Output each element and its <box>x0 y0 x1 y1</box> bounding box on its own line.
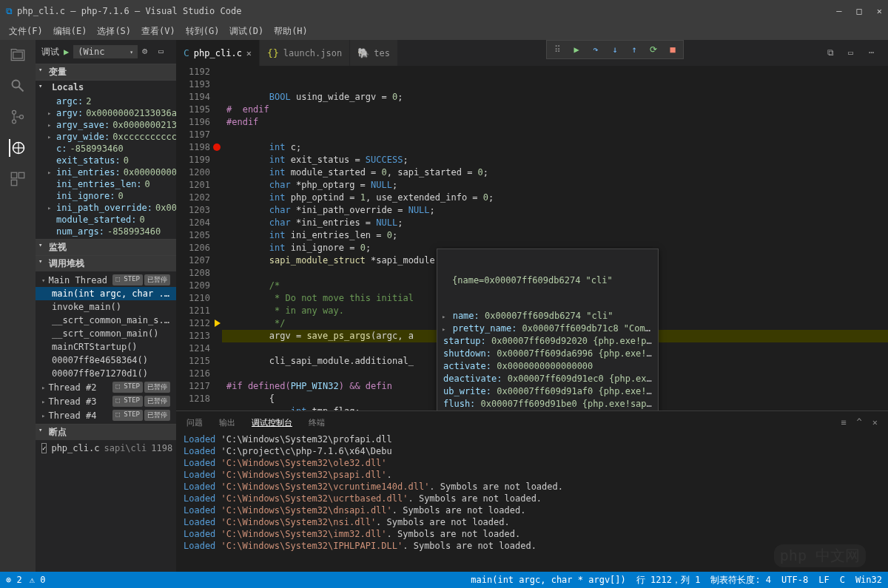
variable-row[interactable]: c:-858993460 <box>36 143 176 155</box>
breakpoints-section[interactable]: 断点 <box>36 425 176 440</box>
locals-section[interactable]: Locals <box>36 81 176 94</box>
variable-row[interactable]: ▸ini_path_override:0x00.. <box>36 202 176 214</box>
expand-icon[interactable]: ^ <box>857 417 862 428</box>
editor-group: Cphp_cli.c✕{}launch.json🐘tes⧉▭⋯ ⠿ ▶ ↷ ↓ … <box>176 40 888 572</box>
debug-icon[interactable] <box>9 139 27 157</box>
start-debug-icon[interactable]: ▶ <box>64 47 69 57</box>
variables-section[interactable]: 变量 <box>36 64 176 80</box>
stack-frame[interactable]: __scrt_common_main() <box>36 327 176 340</box>
activity-bar <box>0 40 36 572</box>
debug-config-select[interactable]: (Winc▾ <box>73 45 138 58</box>
layout-icon[interactable]: ▭ <box>848 47 860 59</box>
step-into-icon[interactable]: ↓ <box>606 42 624 57</box>
panel-tab[interactable]: 调试控制台 <box>252 417 292 428</box>
thread-main[interactable]: ▾Main Thread ⬚ STEP已暂停 <box>36 273 176 287</box>
stack-frame[interactable]: __scrt_common_main_s... <box>36 314 176 327</box>
variable-row[interactable]: argc:2 <box>36 95 176 107</box>
debug-console[interactable]: Loaded 'C:\Windows\System32\profapi.dllL… <box>176 433 888 572</box>
menu-item[interactable]: 调试(D) <box>225 24 268 39</box>
code-line[interactable]: int c; <box>222 141 888 154</box>
variable-row[interactable]: ini_ignore:0 <box>36 190 176 202</box>
status-os[interactable]: Win32 <box>855 575 882 585</box>
editor-tab[interactable]: {}launch.json <box>260 40 350 66</box>
menu-item[interactable]: 文件(F) <box>4 24 47 39</box>
callstack-section[interactable]: 调用堆栈 <box>36 256 176 271</box>
code-line[interactable]: #endif <box>222 116 888 129</box>
split-icon[interactable]: ⧉ <box>827 47 839 59</box>
stack-frame[interactable]: 00007ff8e71270d1() <box>36 367 176 380</box>
stack-frame[interactable]: 00007ff8e4658364() <box>36 354 176 367</box>
status-indent[interactable]: 制表符长度: 4 <box>710 574 771 587</box>
code-editor[interactable]: 1192119311941195119611971198119912001201… <box>176 66 888 410</box>
console-line: Loaded 'C:\Windows\System32\dnsapi.dll'.… <box>184 504 881 516</box>
menu-item[interactable]: 编辑(E) <box>49 24 92 39</box>
thread-item[interactable]: ▸Thread #2⬚ STEP已暂停 <box>36 380 176 394</box>
code-line[interactable]: char *php_optarg = NULL; <box>222 179 888 192</box>
filter-icon[interactable]: ≡ <box>841 417 846 428</box>
code-line[interactable]: char *ini_path_override = NULL; <box>222 204 888 217</box>
variable-row[interactable]: module_started:0 <box>36 214 176 226</box>
variable-row[interactable]: exit_status:0 <box>36 155 176 166</box>
code-line[interactable]: BOOL using_wide_argv = 0; <box>222 91 888 104</box>
variable-row[interactable]: num_args:-858993460 <box>36 226 176 237</box>
editor-tab[interactable]: 🐘tes <box>350 40 398 66</box>
menu-item[interactable]: 选择(S) <box>92 24 135 39</box>
console-icon[interactable]: ▭ <box>158 46 170 58</box>
step-over-icon[interactable]: ↷ <box>587 42 605 57</box>
breakpoint-dot[interactable] <box>213 143 221 151</box>
maximize-button[interactable]: □ <box>857 6 862 16</box>
gear-icon[interactable]: ⚙ <box>142 46 154 58</box>
variable-row[interactable]: ▸ini_entries:0x00000000000.. <box>36 166 176 178</box>
status-context[interactable]: main(int argc, char * argv[]) <box>471 575 626 585</box>
variable-row[interactable]: ▸argv_wide:0xccccccccccc.. <box>36 131 176 143</box>
scm-icon[interactable] <box>9 108 27 126</box>
search-icon[interactable] <box>9 77 27 95</box>
menu-item[interactable]: 转到(G) <box>181 24 224 39</box>
thread-item[interactable]: ▸Thread #3⬚ STEP已暂停 <box>36 394 176 408</box>
extensions-icon[interactable] <box>9 170 27 188</box>
console-line: Loaded 'C:\Windows\System32\nsi.dll'. Sy… <box>184 516 881 528</box>
explorer-icon[interactable] <box>9 46 27 64</box>
watch-section[interactable]: 监视 <box>36 240 176 255</box>
editor-tab[interactable]: Cphp_cli.c✕ <box>176 40 260 66</box>
code-line[interactable]: char *ini_entries = NULL; <box>222 217 888 229</box>
menu-item[interactable]: 查看(V) <box>137 24 180 39</box>
stack-frame[interactable]: mainCRTStartup() <box>36 340 176 354</box>
restart-icon[interactable]: ⟳ <box>645 42 662 57</box>
code-line[interactable] <box>222 129 888 141</box>
status-eol[interactable]: LF <box>818 575 829 585</box>
panel-tab[interactable]: 输出 <box>219 417 235 428</box>
continue-icon[interactable]: ▶ <box>568 42 585 57</box>
code-line[interactable]: int ini_entries_len = 0; <box>222 229 888 242</box>
code-line[interactable]: int php_optind = 1, use_extended_info = … <box>222 192 888 204</box>
variable-row[interactable]: ▸argv_save:0x000000021330.. <box>36 119 176 131</box>
code-line[interactable]: int exit_status = SUCCESS; <box>222 154 888 166</box>
stack-frame[interactable]: main(int argc, char ... <box>36 287 176 300</box>
variable-row[interactable]: ini_entries_len:0 <box>36 178 176 190</box>
thread-item[interactable]: ▸Thread #4⬚ STEP已暂停 <box>36 408 176 422</box>
status-language[interactable]: C <box>840 575 845 585</box>
console-line: Loaded 'C:\Windows\System32\vcruntime140… <box>184 481 881 493</box>
more-icon[interactable]: ⋯ <box>869 47 881 59</box>
step-out-icon[interactable]: ↑ <box>625 42 643 57</box>
status-errors[interactable]: ⊗ 2 <box>6 575 22 585</box>
minimize-button[interactable]: — <box>836 6 841 16</box>
close-tab-icon[interactable]: ✕ <box>246 48 252 58</box>
status-warnings[interactable]: ⚠ 0 <box>30 575 46 585</box>
status-encoding[interactable]: UTF-8 <box>781 575 808 585</box>
code-line[interactable]: int module_started = 0, sapi_started = 0… <box>222 166 888 179</box>
breakpoint-item[interactable]: ✓ php_cli.c sapi\cli 1198 <box>36 442 176 455</box>
close-window-button[interactable]: ✕ <box>877 6 882 16</box>
drag-handle-icon[interactable]: ⠿ <box>548 42 566 57</box>
variable-row[interactable]: ▸argv:0x00000002133036aa4.. <box>36 107 176 119</box>
panel-tab[interactable]: 问题 <box>186 417 203 428</box>
stack-frame[interactable]: invoke_main() <box>36 300 176 314</box>
panel-tab[interactable]: 终端 <box>309 417 325 428</box>
debug-toolbar[interactable]: ⠿ ▶ ↷ ↓ ↑ ⟳ ■ <box>546 40 684 59</box>
status-position[interactable]: 行 1212，列 1 <box>636 574 701 587</box>
checkbox-icon[interactable]: ✓ <box>41 443 47 453</box>
close-panel-icon[interactable]: ✕ <box>872 417 878 428</box>
menu-item[interactable]: 帮助(H) <box>269 24 312 39</box>
stop-icon[interactable]: ■ <box>664 42 682 57</box>
code-line[interactable]: # endif <box>222 104 888 116</box>
